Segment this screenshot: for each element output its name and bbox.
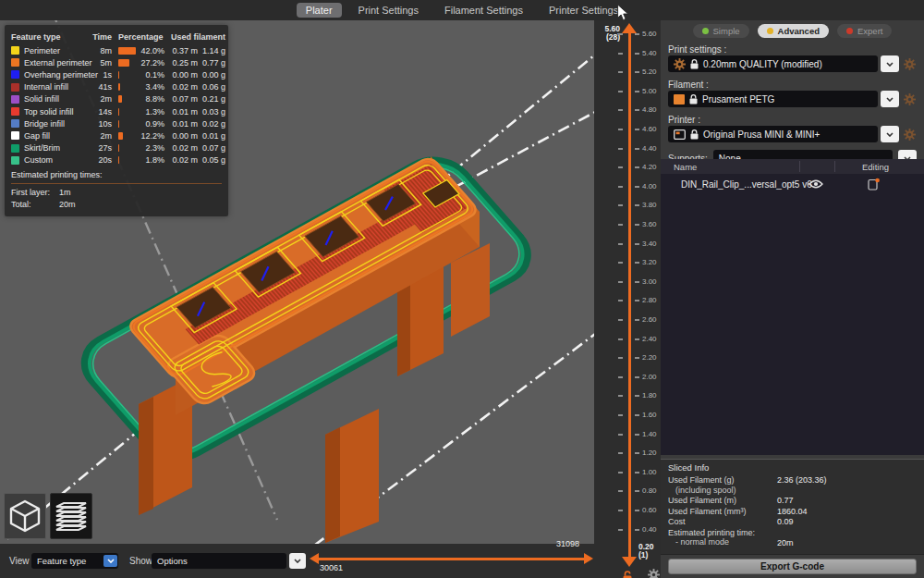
tab-plater[interactable]: Plater <box>297 3 342 18</box>
view-mode-toggle <box>4 493 92 539</box>
mode-advanced[interactable]: Advanced <box>758 24 829 38</box>
tick-label: 1.40 <box>642 430 657 438</box>
printer-gear-button[interactable] <box>902 126 917 142</box>
viewport-3d[interactable]: Feature type Time Percentage Used filame… <box>0 20 594 544</box>
legend-used-m: 0.00 m <box>164 129 198 141</box>
tick-dash <box>618 472 623 473</box>
tick-dash <box>635 434 639 436</box>
legend-feature-top-solid-infill: Top solid infill <box>24 105 94 117</box>
tick-dash <box>618 262 623 264</box>
layer-slider-track[interactable] <box>628 33 631 559</box>
sliced-info-label: Cost <box>668 517 777 527</box>
filament-chevron-button[interactable] <box>881 91 899 107</box>
feature-color-swatch <box>11 107 19 116</box>
time-row-label: Total: <box>11 200 59 209</box>
tick-dash <box>618 224 623 226</box>
tick-label: 2.80 <box>642 296 657 304</box>
preview-view-button[interactable] <box>50 493 92 539</box>
lock-icon[interactable] <box>622 570 633 578</box>
tick-label: 0.60 <box>642 506 657 514</box>
filament-gear-button[interactable] <box>902 91 917 107</box>
show-select-value: Options <box>157 556 188 566</box>
tick-dash <box>635 129 639 130</box>
printer-select[interactable]: Original Prusa MINI & MINI+ <box>668 126 878 142</box>
legend-used-g: 0.01 g <box>198 129 225 141</box>
legend-percentage: 1.3% <box>118 105 164 117</box>
moves-slider-max-handle[interactable] <box>584 553 593 564</box>
legend-feature-gap-fill: Gap fill <box>24 129 94 141</box>
tick-label: 2.40 <box>642 335 657 343</box>
legend-feature-overhang-perimeter: Overhang perimeter <box>24 68 94 80</box>
print-settings-value: 0.20mm QUALITY (modified) <box>703 59 822 69</box>
time-row-value: 20m <box>59 200 76 209</box>
tick-label: 0.40 <box>642 525 657 534</box>
chevron-down-icon <box>886 62 894 67</box>
tick-dash <box>618 319 623 321</box>
view-select[interactable]: Feature type <box>31 553 118 569</box>
moves-range-slider[interactable] <box>318 558 584 560</box>
view-select-value: Feature type <box>37 556 86 566</box>
tick-dash <box>618 376 623 378</box>
tab-print-settings[interactable]: Print Settings <box>349 3 428 18</box>
percentage-bar <box>118 47 136 55</box>
slider-settings-gear-icon[interactable] <box>648 568 660 578</box>
view-label: View <box>9 556 30 566</box>
legend-divider <box>11 183 222 184</box>
legend-percentage: 27.2% <box>118 56 164 68</box>
gear-icon <box>904 58 916 70</box>
tick-dash <box>635 109 639 111</box>
printer-chevron-button[interactable] <box>881 126 899 142</box>
edit-object-icon[interactable] <box>868 178 880 192</box>
mode-selector: SimpleAdvancedExpert <box>661 24 924 38</box>
lock-icon <box>689 94 698 105</box>
percentage-value: 42.0% <box>140 46 164 55</box>
tick-dash <box>618 109 623 111</box>
legend-feature-bridge-infill: Bridge infill <box>24 117 94 129</box>
tick-dash <box>618 338 623 340</box>
sliced-info-value: 2.36 (203.36) <box>777 475 827 495</box>
legend-used-m: 0.00 m <box>164 68 198 80</box>
layer-slider-bottom-handle[interactable] <box>622 557 637 567</box>
tab-filament-settings[interactable]: Filament Settings <box>435 3 532 18</box>
legend-percentage: 3.4% <box>118 81 164 93</box>
mode-simple[interactable]: Simple <box>693 24 749 38</box>
legend-swatch <box>11 154 24 166</box>
legend-time: 1s <box>94 68 118 80</box>
moves-slider-min-handle[interactable] <box>310 553 319 564</box>
tick-dash <box>635 395 639 397</box>
mode-dot <box>702 28 709 34</box>
gcode-legend-panel: Feature type Time Percentage Used filame… <box>5 25 228 216</box>
filament-select[interactable]: Prusament PETG <box>668 91 878 107</box>
show-select[interactable]: Options <box>152 553 286 569</box>
sliced-info-sublabel: (including spool) <box>668 486 777 496</box>
legend-feature-skirt-brim: Skirt/Brim <box>24 142 94 154</box>
eye-visibility-icon[interactable] <box>808 179 823 191</box>
legend-used-m: 0.01 m <box>164 105 198 117</box>
print-settings-gear-button[interactable] <box>902 55 917 72</box>
print-settings-select[interactable]: 0.20mm QUALITY (modified) <box>668 55 878 72</box>
mode-expert[interactable]: Expert <box>837 24 892 38</box>
tick-label: 1.80 <box>642 391 657 400</box>
editor-view-button[interactable] <box>4 493 46 539</box>
cube-icon <box>9 499 41 533</box>
percentage-bar <box>118 83 120 91</box>
tab-printer-settings[interactable]: Printer Settings <box>540 3 627 18</box>
export-gcode-button[interactable]: Export G-code <box>668 559 917 574</box>
percentage-bar <box>118 156 119 164</box>
percentage-value: 1.8% <box>145 155 164 165</box>
column-divider <box>834 161 835 172</box>
print-settings-chevron-button[interactable] <box>881 55 899 72</box>
percentage-value: 27.2% <box>140 58 164 68</box>
feature-color-swatch <box>11 83 19 92</box>
percentage-value: 0.9% <box>145 119 164 129</box>
legend-time: 14s <box>94 105 118 117</box>
show-select-chevron-button[interactable] <box>289 553 306 569</box>
tick-label: 4.60 <box>642 125 657 133</box>
tick-dash <box>618 300 623 301</box>
layer-slider-top-value: 5.60 (28) <box>594 25 620 42</box>
legend-feature-perimeter: Perimeter <box>24 44 94 56</box>
legend-swatch <box>11 142 24 154</box>
sliced-info-title: Sliced Info <box>668 462 709 473</box>
object-list-row[interactable]: DIN_Rail_Clip_...versal_opt5 v6 <box>661 174 924 194</box>
chevron-down-icon[interactable] <box>103 555 117 567</box>
